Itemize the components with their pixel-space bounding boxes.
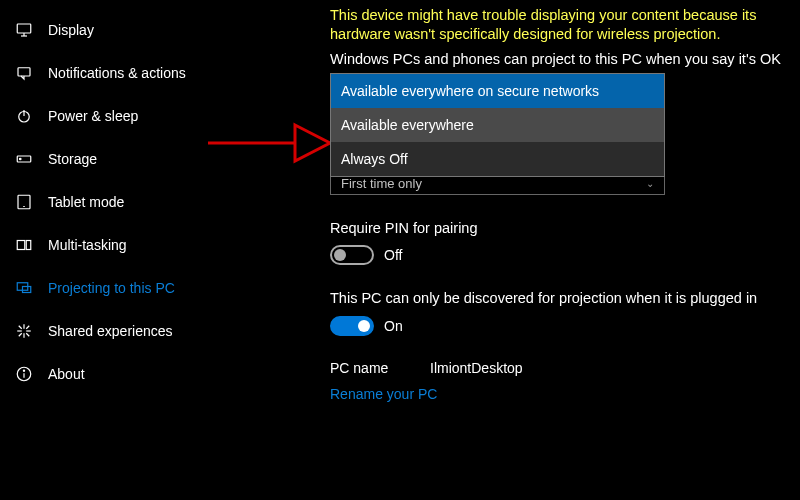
sidebar: Display Notifications & actions Power & … bbox=[0, 0, 250, 500]
content-panel: This device might have trouble displayin… bbox=[330, 6, 790, 402]
dropdown-option-everywhere[interactable]: Available everywhere bbox=[331, 108, 664, 142]
svg-line-20 bbox=[19, 333, 22, 336]
svg-line-21 bbox=[26, 325, 29, 328]
discover-toggle[interactable] bbox=[330, 316, 374, 336]
sidebar-item-label: Shared experiences bbox=[48, 323, 173, 339]
sidebar-item-storage[interactable]: Storage bbox=[0, 137, 250, 180]
svg-marker-26 bbox=[295, 125, 330, 161]
project-dropdown-list: Available everywhere on secure networks … bbox=[330, 73, 665, 177]
svg-rect-13 bbox=[23, 286, 31, 292]
sidebar-item-label: About bbox=[48, 366, 85, 382]
sidebar-item-label: Tablet mode bbox=[48, 194, 124, 210]
warning-text: This device might have trouble displayin… bbox=[330, 6, 790, 44]
svg-rect-11 bbox=[26, 240, 31, 249]
multitasking-icon bbox=[14, 235, 34, 255]
pin-label: Require PIN for pairing bbox=[330, 219, 790, 238]
rename-pc-link[interactable]: Rename your PC bbox=[330, 386, 790, 402]
pc-name-key: PC name bbox=[330, 360, 430, 376]
sidebar-item-tablet[interactable]: Tablet mode bbox=[0, 180, 250, 223]
svg-rect-10 bbox=[17, 240, 25, 249]
notifications-icon bbox=[14, 63, 34, 83]
sidebar-item-multitasking[interactable]: Multi-tasking bbox=[0, 223, 250, 266]
about-icon bbox=[14, 364, 34, 384]
pin-toggle[interactable] bbox=[330, 245, 374, 265]
discover-label: This PC can only be discovered for proje… bbox=[330, 289, 790, 308]
svg-line-18 bbox=[19, 325, 22, 328]
sidebar-item-label: Multi-tasking bbox=[48, 237, 127, 253]
dropdown-option-secure[interactable]: Available everywhere on secure networks bbox=[331, 74, 664, 108]
svg-rect-3 bbox=[18, 67, 30, 75]
ask-dropdown-value: First time only bbox=[341, 176, 422, 191]
sidebar-item-about[interactable]: About bbox=[0, 352, 250, 395]
discover-toggle-state: On bbox=[384, 318, 403, 334]
sidebar-item-label: Notifications & actions bbox=[48, 65, 186, 81]
sidebar-item-shared[interactable]: Shared experiences bbox=[0, 309, 250, 352]
sidebar-item-label: Storage bbox=[48, 151, 97, 167]
sidebar-item-label: Power & sleep bbox=[48, 108, 138, 124]
power-icon bbox=[14, 106, 34, 126]
svg-line-19 bbox=[26, 333, 29, 336]
sidebar-item-label: Projecting to this PC bbox=[48, 280, 175, 296]
sidebar-item-power[interactable]: Power & sleep bbox=[0, 94, 250, 137]
sidebar-item-display[interactable]: Display bbox=[0, 8, 250, 51]
tablet-icon bbox=[14, 192, 34, 212]
display-icon bbox=[14, 20, 34, 40]
svg-rect-0 bbox=[17, 24, 31, 33]
sidebar-item-label: Display bbox=[48, 22, 94, 38]
dropdown-option-off[interactable]: Always Off bbox=[331, 142, 664, 176]
storage-icon bbox=[14, 149, 34, 169]
sidebar-item-projecting[interactable]: Projecting to this PC bbox=[0, 266, 250, 309]
chevron-down-icon: ⌄ bbox=[646, 178, 654, 189]
projecting-icon bbox=[14, 278, 34, 298]
svg-point-24 bbox=[23, 370, 24, 371]
sidebar-item-notifications[interactable]: Notifications & actions bbox=[0, 51, 250, 94]
pc-name-value: IlmiontDesktop bbox=[430, 360, 523, 376]
svg-point-7 bbox=[20, 158, 22, 160]
pin-toggle-state: Off bbox=[384, 247, 402, 263]
project-dropdown-label: Windows PCs and phones can project to th… bbox=[330, 50, 790, 69]
shared-icon bbox=[14, 321, 34, 341]
